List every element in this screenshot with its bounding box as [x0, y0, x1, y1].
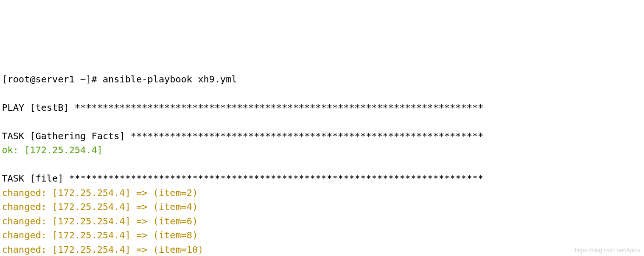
shell-prompt: [root@server1 ~]# ansible-playbook xh9.y… [2, 74, 237, 85]
task-gathering-facts-header: TASK [Gathering Facts] *****************… [2, 130, 484, 141]
file-changed-item: changed: [172.25.254.4] => (item=2) [2, 187, 198, 198]
watermark: https://blog.csdn.net/Aplox [575, 248, 640, 253]
terminal-output: [root@server1 ~]# ansible-playbook xh9.y… [0, 71, 644, 256]
gathering-facts-ok: ok: [172.25.254.4] [2, 144, 103, 155]
play-header: PLAY [testB] ***************************… [2, 102, 484, 113]
file-changed-item: changed: [172.25.254.4] => (item=10) [2, 244, 203, 255]
file-changed-item: changed: [172.25.254.4] => (item=4) [2, 201, 198, 212]
file-changed-item: changed: [172.25.254.4] => (item=6) [2, 216, 198, 227]
task-file-header: TASK [file] ****************************… [2, 173, 484, 184]
file-changed-item: changed: [172.25.254.4] => (item=8) [2, 229, 198, 241]
